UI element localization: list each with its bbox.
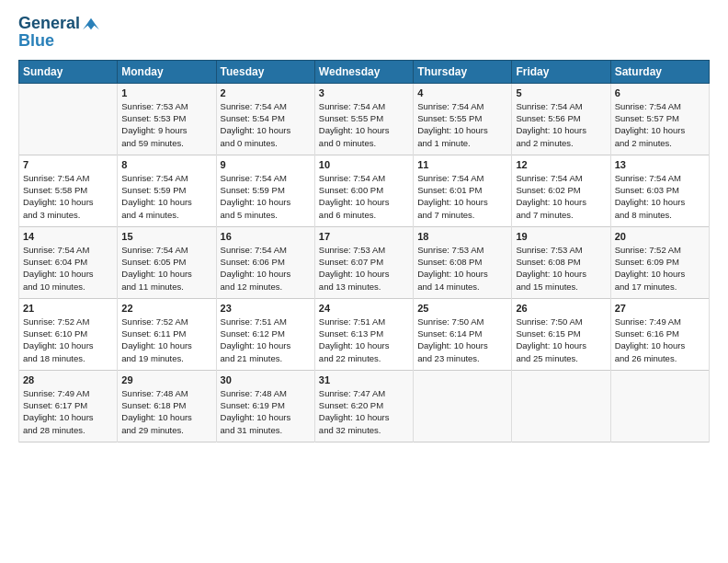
logo: General Blue [18, 15, 102, 51]
calendar-cell: 12Sunrise: 7:54 AM Sunset: 6:02 PM Dayli… [512, 155, 610, 226]
day-number: 18 [417, 231, 507, 242]
day-header-friday: Friday [512, 60, 610, 83]
day-info: Sunrise: 7:49 AM Sunset: 6:17 PM Dayligh… [23, 387, 113, 436]
calendar-cell: 20Sunrise: 7:52 AM Sunset: 6:09 PM Dayli… [610, 226, 709, 298]
calendar-week-5: 28Sunrise: 7:49 AM Sunset: 6:17 PM Dayli… [19, 370, 710, 442]
header-row: SundayMondayTuesdayWednesdayThursdayFrid… [19, 60, 710, 83]
calendar-week-1: 1Sunrise: 7:53 AM Sunset: 5:53 PM Daylig… [19, 83, 710, 155]
svg-marker-0 [83, 18, 99, 29]
calendar-cell: 3Sunrise: 7:54 AM Sunset: 5:55 PM Daylig… [314, 83, 413, 155]
calendar-cell: 19Sunrise: 7:53 AM Sunset: 6:08 PM Dayli… [512, 226, 610, 298]
day-number: 30 [221, 374, 311, 385]
day-info: Sunrise: 7:54 AM Sunset: 6:03 PM Dayligh… [615, 172, 705, 221]
calendar-cell: 15Sunrise: 7:54 AM Sunset: 6:05 PM Dayli… [118, 226, 216, 298]
calendar-week-4: 21Sunrise: 7:52 AM Sunset: 6:10 PM Dayli… [19, 298, 710, 370]
calendar-cell [414, 370, 512, 442]
day-number: 19 [516, 231, 606, 242]
day-info: Sunrise: 7:53 AM Sunset: 6:07 PM Dayligh… [319, 244, 409, 293]
day-info: Sunrise: 7:54 AM Sunset: 6:05 PM Dayligh… [121, 244, 211, 293]
calendar-cell: 1Sunrise: 7:53 AM Sunset: 5:53 PM Daylig… [118, 83, 216, 155]
day-info: Sunrise: 7:54 AM Sunset: 5:56 PM Dayligh… [516, 100, 606, 149]
day-number: 9 [221, 159, 311, 170]
day-number: 10 [319, 159, 409, 170]
day-info: Sunrise: 7:54 AM Sunset: 6:06 PM Dayligh… [221, 244, 311, 293]
calendar-cell: 22Sunrise: 7:52 AM Sunset: 6:11 PM Dayli… [118, 298, 216, 370]
day-number: 12 [516, 159, 606, 170]
day-number: 8 [121, 159, 211, 170]
page: General Blue SundayMondayTuesdayWednesda… [0, 0, 728, 563]
day-number: 11 [417, 159, 507, 170]
calendar-cell: 4Sunrise: 7:54 AM Sunset: 5:55 PM Daylig… [414, 83, 512, 155]
calendar-cell: 14Sunrise: 7:54 AM Sunset: 6:04 PM Dayli… [19, 226, 118, 298]
day-number: 6 [615, 87, 705, 98]
calendar-cell: 8Sunrise: 7:54 AM Sunset: 5:59 PM Daylig… [118, 155, 216, 226]
day-info: Sunrise: 7:47 AM Sunset: 6:20 PM Dayligh… [319, 387, 409, 436]
calendar-cell [610, 370, 709, 442]
calendar-cell: 13Sunrise: 7:54 AM Sunset: 6:03 PM Dayli… [610, 155, 709, 226]
calendar-cell: 6Sunrise: 7:54 AM Sunset: 5:57 PM Daylig… [610, 83, 709, 155]
calendar-cell [512, 370, 610, 442]
calendar-cell [19, 83, 118, 155]
day-number: 24 [319, 303, 409, 314]
day-info: Sunrise: 7:52 AM Sunset: 6:09 PM Dayligh… [615, 244, 705, 293]
calendar-cell: 21Sunrise: 7:52 AM Sunset: 6:10 PM Dayli… [19, 298, 118, 370]
day-number: 3 [319, 87, 409, 98]
day-info: Sunrise: 7:53 AM Sunset: 5:53 PM Dayligh… [121, 100, 211, 149]
calendar-week-2: 7Sunrise: 7:54 AM Sunset: 5:58 PM Daylig… [19, 155, 710, 226]
calendar-cell: 7Sunrise: 7:54 AM Sunset: 5:58 PM Daylig… [19, 155, 118, 226]
day-info: Sunrise: 7:54 AM Sunset: 5:55 PM Dayligh… [319, 100, 409, 149]
day-info: Sunrise: 7:54 AM Sunset: 5:57 PM Dayligh… [615, 100, 705, 149]
day-header-wednesday: Wednesday [314, 60, 413, 83]
calendar-cell: 17Sunrise: 7:53 AM Sunset: 6:07 PM Dayli… [314, 226, 413, 298]
day-number: 28 [23, 374, 113, 385]
day-number: 13 [615, 159, 705, 170]
day-number: 17 [319, 231, 409, 242]
day-number: 25 [417, 303, 507, 314]
day-number: 2 [221, 87, 311, 98]
day-info: Sunrise: 7:54 AM Sunset: 5:55 PM Dayligh… [417, 100, 507, 149]
day-info: Sunrise: 7:54 AM Sunset: 5:59 PM Dayligh… [221, 172, 311, 221]
calendar-week-3: 14Sunrise: 7:54 AM Sunset: 6:04 PM Dayli… [19, 226, 710, 298]
day-header-saturday: Saturday [610, 60, 709, 83]
calendar-cell: 24Sunrise: 7:51 AM Sunset: 6:13 PM Dayli… [314, 298, 413, 370]
day-info: Sunrise: 7:48 AM Sunset: 6:19 PM Dayligh… [221, 387, 311, 436]
calendar-cell: 11Sunrise: 7:54 AM Sunset: 6:01 PM Dayli… [414, 155, 512, 226]
day-info: Sunrise: 7:48 AM Sunset: 6:18 PM Dayligh… [121, 387, 211, 436]
calendar-cell: 30Sunrise: 7:48 AM Sunset: 6:19 PM Dayli… [216, 370, 314, 442]
day-info: Sunrise: 7:54 AM Sunset: 6:00 PM Dayligh… [319, 172, 409, 221]
day-info: Sunrise: 7:51 AM Sunset: 6:13 PM Dayligh… [319, 316, 409, 364]
header: General Blue [18, 15, 710, 51]
day-info: Sunrise: 7:54 AM Sunset: 5:58 PM Dayligh… [23, 172, 113, 221]
day-header-sunday: Sunday [19, 60, 118, 83]
day-header-tuesday: Tuesday [216, 60, 314, 83]
calendar-cell: 5Sunrise: 7:54 AM Sunset: 5:56 PM Daylig… [512, 83, 610, 155]
calendar-cell: 25Sunrise: 7:50 AM Sunset: 6:14 PM Dayli… [414, 298, 512, 370]
day-info: Sunrise: 7:49 AM Sunset: 6:16 PM Dayligh… [615, 316, 705, 364]
day-info: Sunrise: 7:50 AM Sunset: 6:15 PM Dayligh… [516, 316, 606, 364]
day-number: 5 [516, 87, 606, 98]
day-number: 22 [121, 303, 211, 314]
day-info: Sunrise: 7:54 AM Sunset: 5:59 PM Dayligh… [121, 172, 211, 221]
calendar-cell: 2Sunrise: 7:54 AM Sunset: 5:54 PM Daylig… [216, 83, 314, 155]
day-number: 23 [221, 303, 311, 314]
day-number: 1 [121, 87, 211, 98]
day-number: 21 [23, 303, 113, 314]
day-info: Sunrise: 7:51 AM Sunset: 6:12 PM Dayligh… [221, 316, 311, 364]
calendar-cell: 16Sunrise: 7:54 AM Sunset: 6:06 PM Dayli… [216, 226, 314, 298]
calendar-cell: 10Sunrise: 7:54 AM Sunset: 6:00 PM Dayli… [314, 155, 413, 226]
day-info: Sunrise: 7:52 AM Sunset: 6:11 PM Dayligh… [121, 316, 211, 364]
logo-text: General [18, 15, 102, 33]
day-info: Sunrise: 7:53 AM Sunset: 6:08 PM Dayligh… [417, 244, 507, 293]
day-number: 7 [23, 159, 113, 170]
day-number: 31 [319, 374, 409, 385]
calendar-cell: 9Sunrise: 7:54 AM Sunset: 5:59 PM Daylig… [216, 155, 314, 226]
day-number: 27 [615, 303, 705, 314]
day-header-thursday: Thursday [414, 60, 512, 83]
day-number: 20 [615, 231, 705, 242]
logo-blue: Blue [18, 31, 102, 51]
calendar-cell: 28Sunrise: 7:49 AM Sunset: 6:17 PM Dayli… [19, 370, 118, 442]
day-number: 16 [221, 231, 311, 242]
logo-arrow-icon [81, 17, 101, 31]
calendar-cell: 31Sunrise: 7:47 AM Sunset: 6:20 PM Dayli… [314, 370, 413, 442]
day-info: Sunrise: 7:54 AM Sunset: 6:04 PM Dayligh… [23, 244, 113, 293]
